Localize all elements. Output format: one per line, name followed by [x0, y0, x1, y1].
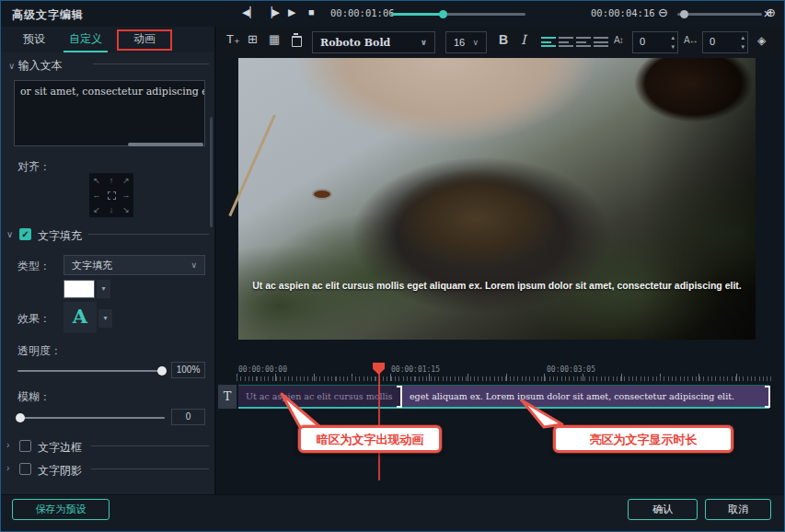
- timeline-zoom-out-icon[interactable]: ⊖: [658, 6, 668, 19]
- align-top-icon[interactable]: ↑: [104, 173, 119, 188]
- line-spacing-icon: A↕: [614, 35, 623, 45]
- add-text-icon[interactable]: T₊: [226, 32, 240, 46]
- current-time: 00:00:01:06: [330, 7, 395, 18]
- chevron-down-icon: ∨: [472, 38, 479, 47]
- video-text-overlay[interactable]: Ut ac aspien ac elit cursus mollis eget …: [248, 280, 746, 291]
- divider: [88, 234, 209, 235]
- seek-handle[interactable]: [439, 10, 447, 18]
- fill-color-dropdown-icon[interactable]: ▾: [97, 280, 110, 298]
- align-top-right-icon[interactable]: ↗: [119, 173, 133, 188]
- textarea-hscrollbar[interactable]: [128, 143, 203, 146]
- divider: [91, 468, 209, 469]
- previous-frame-icon[interactable]: ◀▏: [242, 6, 258, 18]
- clip-trim-handle[interactable]: [765, 386, 770, 408]
- effect-label: 效果：: [17, 311, 51, 327]
- collapse-icon[interactable]: ∨: [8, 61, 15, 71]
- cancel-button[interactable]: 取消: [705, 499, 771, 520]
- input-text-section-header[interactable]: ∨ 输入文本: [8, 58, 63, 74]
- collapse-icon[interactable]: ∨: [6, 229, 13, 239]
- text-input-area[interactable]: or sit amet, consectetur adipiscing elit…: [14, 80, 205, 146]
- tab-preset[interactable]: 预设: [10, 27, 58, 52]
- timeline-zoom-in-icon[interactable]: ⊕: [766, 6, 776, 19]
- tab-custom[interactable]: 自定义: [63, 27, 108, 52]
- fill-color-swatch[interactable]: [63, 280, 95, 298]
- text-settings-panel: ∨ 输入文本 or sit amet, consectetur adipisci…: [1, 52, 214, 494]
- blur-value[interactable]: 0: [171, 409, 205, 425]
- divider: [93, 64, 209, 64]
- spin-up-icon[interactable]: ▴: [671, 33, 675, 42]
- ruler-label: 00:00:01:15: [391, 365, 440, 374]
- expand-icon[interactable]: ›: [6, 463, 9, 473]
- panel-scrollbar[interactable]: [210, 117, 213, 227]
- align-left-icon[interactable]: ←: [89, 188, 104, 202]
- effect-preview-button[interactable]: A: [63, 302, 97, 333]
- opacity-label: 透明度：: [17, 343, 62, 359]
- align-bottom-left-icon[interactable]: ↙: [89, 202, 104, 217]
- delete-icon[interactable]: [292, 36, 302, 47]
- play-icon[interactable]: ▶: [288, 6, 295, 18]
- align-right-icon[interactable]: [576, 37, 591, 47]
- ruler-label: 00:00:03:05: [547, 365, 595, 374]
- advanced-text-edit-dialog: 高级文字编辑 × 预设 自定义 动画 ∨ 输入文本 or sit amet, c…: [0, 0, 785, 532]
- clip-split-handle[interactable]: [397, 386, 402, 408]
- spin-up-icon[interactable]: ▴: [741, 33, 745, 42]
- align-bottom-icon[interactable]: ↓: [104, 202, 119, 217]
- letter-spacing-icon: A↔: [684, 35, 698, 45]
- timeline-zoom-slider[interactable]: [677, 13, 762, 16]
- save-as-preset-button[interactable]: 保存为预设: [12, 499, 110, 520]
- chevron-down-icon: ∨: [421, 38, 427, 47]
- letter-spacing-stepper[interactable]: 0 ▴▾: [702, 31, 748, 53]
- next-frame-icon[interactable]: ▕▶: [264, 6, 280, 18]
- align-left-icon[interactable]: [541, 37, 556, 47]
- text-fill-checkbox[interactable]: ✓: [19, 228, 31, 240]
- blur-label: 模糊：: [17, 389, 51, 405]
- bold-button[interactable]: B: [499, 32, 508, 47]
- blur-slider-handle[interactable]: [16, 413, 25, 422]
- font-size-dropdown[interactable]: 16 ∨: [445, 31, 487, 53]
- expand-icon[interactable]: ›: [6, 440, 9, 450]
- apply-to-all-icon[interactable]: ◈: [757, 34, 766, 47]
- seek-slider[interactable]: [391, 13, 525, 16]
- italic-button[interactable]: I: [521, 32, 526, 47]
- spin-down-icon[interactable]: ▾: [671, 42, 675, 52]
- callout-dark-area: 暗区为文字出现动画: [298, 425, 442, 453]
- text-border-checkbox[interactable]: [19, 440, 31, 452]
- fill-type-label: 类型：: [17, 259, 51, 274]
- add-image-icon[interactable]: ▦: [269, 32, 280, 46]
- spoon-bowl-shape: [312, 189, 332, 200]
- font-family-dropdown[interactable]: Roboto Bold ∨: [312, 31, 435, 53]
- fill-type-dropdown[interactable]: 文字填充 ∨: [63, 255, 205, 275]
- text-track-icon: T: [218, 385, 237, 409]
- callout-bright-area: 亮区为文字显示时长: [553, 425, 733, 453]
- playhead-line[interactable]: [378, 363, 380, 480]
- clip-display-segment[interactable]: eget aliquam ex. Lorem ipsum dolor sit a…: [402, 386, 769, 407]
- text-border-section-header[interactable]: 文字边框: [38, 440, 82, 456]
- text-shadow-section-header[interactable]: 文字阴影: [38, 463, 82, 479]
- blur-slider[interactable]: [17, 417, 165, 419]
- alignment-pad: ↖ ↑ ↗ ← → ↙ ↓ ↘: [89, 173, 133, 217]
- divider: [91, 445, 209, 446]
- align-justify-icon[interactable]: [594, 37, 608, 47]
- ruler-minor-ticks: [237, 376, 774, 381]
- add-textbox-icon[interactable]: ⊞: [248, 32, 258, 46]
- text-shadow-checkbox[interactable]: [19, 463, 31, 475]
- dialog-title: 高级文字编辑: [12, 7, 84, 23]
- stop-icon[interactable]: ■: [308, 6, 315, 17]
- align-label: 对齐：: [17, 159, 51, 175]
- align-top-left-icon[interactable]: ↖: [89, 173, 104, 188]
- effect-dropdown-icon[interactable]: ▾: [98, 309, 112, 328]
- opacity-slider-handle[interactable]: [157, 366, 167, 376]
- align-right-icon[interactable]: →: [119, 188, 133, 202]
- ruler-label: 00:00:00:00: [238, 365, 287, 374]
- opacity-slider[interactable]: [17, 370, 165, 372]
- align-center-icon[interactable]: [559, 37, 573, 47]
- confirm-button[interactable]: 确认: [628, 499, 698, 520]
- total-time: 00:00:04:16: [591, 7, 655, 18]
- align-bottom-right-icon[interactable]: ↘: [119, 202, 133, 217]
- align-center-icon[interactable]: [104, 188, 119, 202]
- timeline-zoom-handle[interactable]: [680, 10, 688, 18]
- text-fill-section-header[interactable]: 文字填充: [38, 228, 82, 244]
- spin-down-icon[interactable]: ▾: [741, 42, 745, 52]
- line-spacing-stepper[interactable]: 0 ▴▾: [632, 31, 678, 53]
- opacity-value[interactable]: 100%: [171, 362, 205, 378]
